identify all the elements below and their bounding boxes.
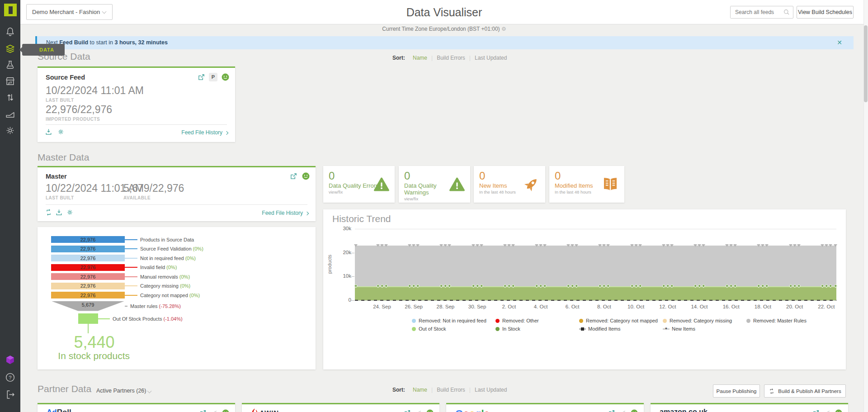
sidebar-item-transfer[interactable] (5, 92, 16, 103)
x-axis-label: 12. Oct (659, 304, 676, 309)
app-logo[interactable] (4, 4, 17, 16)
sidebar-item-settings[interactable] (5, 125, 16, 136)
partner-card-amazon[interactable]: amazon.co.uk (651, 403, 848, 412)
funnel-label-pct: (0%) (189, 293, 200, 298)
status-smiley-icon[interactable] (302, 172, 310, 180)
legend-item[interactable]: Removed: Category not mapped (579, 318, 658, 323)
timezone-gear-icon[interactable]: ⚙ (501, 26, 506, 32)
link-icon[interactable] (824, 410, 830, 412)
funnel-leader-line (125, 239, 137, 240)
arrows-up-down-icon (5, 92, 16, 103)
x-axis-label: 16. Oct (723, 304, 740, 309)
funnel-label-pct: (0%) (193, 246, 203, 251)
gear-icon[interactable] (66, 208, 74, 216)
sidebar-item-analytics[interactable] (5, 109, 16, 120)
sidebar-item-data[interactable] (5, 43, 16, 55)
legend-item[interactable]: ✶New Items (663, 326, 695, 331)
build-publish-all-button[interactable]: Build & Publish All Partners (764, 384, 846, 398)
funnel-bar: 22,976 (51, 236, 125, 243)
external-link-icon[interactable] (404, 409, 411, 412)
sort-option-build-errors[interactable]: Build Errors (437, 387, 465, 393)
partner-card-awin[interactable]: AWIN (242, 403, 439, 412)
legend-item[interactable]: In Stock (495, 326, 520, 331)
notification-banner: Next Feed Build to start in 3 hours, 32 … (35, 36, 854, 49)
sort-option-name[interactable]: Name (413, 387, 427, 393)
sort-label: Sort: (392, 387, 405, 393)
data-quality-errors-card[interactable]: 0 Data Quality Errors view/fix (323, 166, 395, 203)
external-link-icon[interactable] (199, 409, 207, 412)
sidebar-item-logout[interactable] (5, 389, 16, 400)
removed-marker (757, 244, 760, 247)
partner-card-adroll[interactable]: AdRoll. (38, 403, 235, 412)
status-smiley-icon[interactable] (630, 409, 638, 412)
sidebar-item-apps[interactable] (5, 354, 16, 365)
sort-option-last-updated[interactable]: Last Updated (475, 55, 507, 61)
removed-marker (416, 244, 420, 247)
status-smiley-icon[interactable] (835, 409, 843, 412)
scrollbar-thumb[interactable] (864, 25, 868, 102)
partner-card-google[interactable]: Google (446, 403, 644, 412)
funnel-leader-line (125, 276, 137, 277)
link-icon[interactable] (415, 410, 422, 412)
feed-file-history-link[interactable]: Feed File History (262, 210, 308, 216)
legend-item[interactable]: Removed: Master Rules (746, 318, 807, 323)
external-link-icon[interactable] (608, 409, 615, 412)
legend-item[interactable]: Modified Items (579, 326, 621, 331)
external-link-icon[interactable] (290, 172, 297, 180)
pause-publishing-button[interactable]: Pause Publishing (713, 384, 760, 398)
sort-option-last-updated[interactable]: Last Updated (475, 387, 507, 393)
status-smiley-icon[interactable] (222, 409, 230, 412)
x-axis-label: 28. Sep (437, 304, 455, 309)
download-icon[interactable] (55, 208, 63, 216)
timezone-text: Current Time Zone Europe/London (BST +01… (382, 26, 500, 32)
funnel-leader-line (98, 318, 110, 319)
master-available-label: AVAILABLE (123, 195, 151, 200)
status-smiley-icon[interactable] (221, 73, 230, 81)
sort-option-name[interactable]: Name (413, 55, 427, 61)
link-icon[interactable] (211, 410, 217, 412)
active-partners-filter[interactable]: Active Partners (26) (96, 388, 151, 394)
paused-badge[interactable]: P (209, 73, 217, 81)
legend-swatch (495, 319, 500, 323)
legend-label: In Stock (502, 326, 520, 331)
funnel-bar: 5,679 (51, 301, 125, 311)
close-icon[interactable]: ✕ (837, 36, 842, 49)
link-icon[interactable] (619, 410, 626, 412)
stat-sub[interactable]: view/fix (404, 196, 465, 201)
sidebar-item-help[interactable]: ? (5, 372, 16, 383)
removed-marker (670, 244, 674, 247)
funnel-leader-line (125, 267, 137, 268)
funnel-bar-value: 22,976 (80, 256, 96, 261)
view-build-schedules-button[interactable]: View Build Schedules (797, 6, 854, 19)
funnel-label-text: Category not mapped (140, 293, 189, 298)
source-sort-row: Sort:Name|Build Errors|Last Updated (392, 55, 511, 61)
legend-item[interactable]: Removed: Other (495, 318, 539, 323)
external-link-icon[interactable] (812, 409, 820, 412)
gear-icon[interactable] (57, 128, 65, 136)
data-quality-warnings-card[interactable]: 0 Data Quality Warnings view/fix (399, 166, 470, 203)
in-stock-count: 5,440 (74, 333, 114, 352)
funnel-bar: 22,976 (51, 273, 125, 280)
modified-items-zero-line (355, 300, 836, 301)
legend-item[interactable]: Removed: Not in required feed (412, 318, 486, 323)
modified-items-card[interactable]: 0 Modified Items In the last 48 hours (549, 166, 624, 203)
funnel-row: 22,976Category missing (0%) (51, 283, 203, 289)
in-stock-label: In stock products (58, 350, 130, 361)
funnel-rows: 22,976Products in Source Data22,976Sourc… (51, 236, 203, 327)
legend-item[interactable]: Removed: Category missing (663, 318, 732, 323)
download-icon[interactable] (45, 128, 52, 136)
sidebar-item-experiments[interactable] (5, 59, 16, 71)
scrollbar[interactable] (863, 0, 868, 412)
feed-file-history-link[interactable]: Feed File History (181, 129, 228, 136)
x-axis-label: 6. Oct (566, 304, 580, 309)
sidebar-item-shop[interactable] (5, 76, 16, 87)
rebuild-icon[interactable] (45, 208, 52, 216)
master-available-value: 5,679/22,976 (123, 182, 184, 194)
sidebar-item-notifications[interactable] (5, 26, 16, 38)
status-smiley-icon[interactable] (426, 409, 434, 412)
external-link-icon[interactable] (198, 73, 205, 81)
new-items-card[interactable]: 0 New Items In the last 48 hours (474, 166, 545, 203)
search-input[interactable] (731, 6, 781, 18)
legend-item[interactable]: Out of Stock (412, 326, 446, 331)
sort-option-build-errors[interactable]: Build Errors (437, 55, 465, 61)
